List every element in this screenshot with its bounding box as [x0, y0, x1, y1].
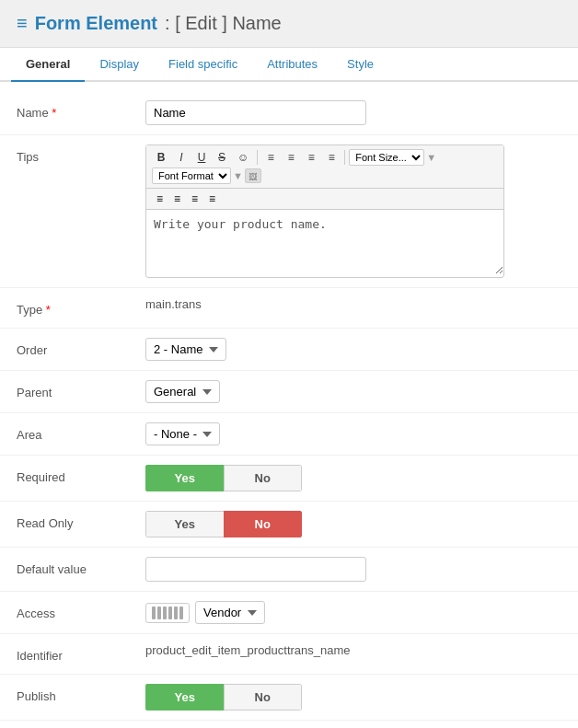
identifier-control: product_edit_item_producttrans_name	[145, 643, 561, 657]
justify-button[interactable]: ≡	[204, 191, 220, 207]
order-select[interactable]: 2 - Name	[145, 338, 226, 361]
ul-button[interactable]: ≡	[261, 149, 280, 166]
access-dot-4	[168, 607, 172, 619]
required-control: Yes No	[145, 465, 561, 491]
access-dot-3	[163, 607, 167, 619]
font-format-select[interactable]: Font Format	[152, 168, 231, 184]
read-only-label: Read Only	[17, 511, 145, 530]
align-left-button[interactable]: ≡	[302, 149, 320, 166]
tips-control: B I U S ☺ ≡ ≡ ≡ ≡ Font Size...	[145, 144, 561, 278]
tab-bar: General Display Field specific Attribute…	[0, 48, 578, 82]
area-row: Area - None -	[0, 413, 578, 456]
tips-row: Tips B I U S ☺ ≡ ≡ ≡ ≡	[0, 135, 578, 288]
tips-textarea[interactable]: Write your product name.	[146, 210, 503, 274]
access-row: Access Vendor	[0, 592, 578, 634]
underline-button[interactable]: U	[192, 149, 211, 166]
tab-field-specific[interactable]: Field specific	[154, 48, 252, 82]
align-right-button[interactable]: ≡	[322, 149, 341, 166]
access-dot-5	[174, 607, 178, 619]
publish-toggle-group: Yes No	[145, 684, 302, 711]
tab-display[interactable]: Display	[85, 48, 154, 82]
required-toggle-group: Yes No	[145, 465, 302, 491]
type-value: main.trans	[145, 292, 202, 311]
required-yes-button[interactable]: Yes	[145, 465, 224, 491]
ol-button[interactable]: ≡	[282, 149, 300, 166]
tips-editor: B I U S ☺ ≡ ≡ ≡ ≡ Font Size...	[145, 144, 504, 278]
emoji-button[interactable]: ☺	[233, 149, 253, 166]
access-label: Access	[17, 601, 145, 620]
identifier-value: product_edit_item_producttrans_name	[145, 638, 351, 657]
toolbar-sep1	[257, 150, 258, 165]
access-dot-1	[152, 607, 156, 619]
tab-general[interactable]: General	[11, 48, 85, 82]
page-wrapper: ≡ Form Element : [ Edit ] Name General D…	[0, 0, 578, 728]
name-label: Name *	[17, 100, 145, 120]
access-dot-2	[157, 607, 161, 619]
italic-button[interactable]: I	[172, 149, 191, 166]
identifier-label: Identifier	[17, 643, 145, 663]
name-control	[145, 100, 561, 125]
page-header: ≡ Form Element : [ Edit ] Name	[0, 0, 578, 48]
required-no-button[interactable]: No	[224, 465, 303, 491]
access-control: Vendor	[145, 601, 561, 624]
parent-control: General	[145, 380, 561, 403]
publish-yes-button[interactable]: Yes	[145, 684, 224, 711]
strikethrough-button[interactable]: S	[213, 149, 231, 166]
name-input[interactable]	[145, 100, 366, 125]
default-value-row: Default value	[0, 548, 578, 592]
read-only-yes-button[interactable]: Yes	[145, 511, 224, 537]
area-control: - None -	[145, 422, 561, 445]
area-select[interactable]: - None -	[145, 422, 220, 445]
align-center-button[interactable]: ≡	[169, 191, 185, 207]
form-body: Name * Tips B I U S ☺ ≡	[0, 82, 578, 728]
align-right2-button[interactable]: ≡	[187, 191, 202, 207]
title-main: Form Element	[35, 13, 157, 34]
publish-row: Publish Yes No	[0, 675, 578, 721]
read-only-toggle-group: Yes No	[145, 511, 302, 537]
publish-no-button[interactable]: No	[224, 684, 303, 711]
type-required-star: *	[42, 303, 51, 317]
toolbar-sep2	[344, 150, 345, 165]
tips-label: Tips	[17, 144, 145, 164]
required-label: Required	[17, 465, 145, 484]
access-select[interactable]: Vendor	[195, 601, 265, 624]
order-control: 2 - Name	[145, 338, 561, 361]
tips-toolbar-row1: B I U S ☺ ≡ ≡ ≡ ≡ Font Size...	[146, 145, 503, 189]
publish-control: Yes No	[145, 684, 561, 711]
type-label: Type *	[17, 297, 145, 317]
font-size-select[interactable]: Font Size...	[349, 149, 424, 166]
parent-select[interactable]: General	[145, 380, 220, 403]
tab-attributes[interactable]: Attributes	[252, 48, 332, 82]
order-row: Order 2 - Name	[0, 329, 578, 371]
page-title: ≡ Form Element : [ Edit ] Name	[17, 13, 561, 34]
align-left2-button[interactable]: ≡	[152, 191, 168, 207]
access-dot-6	[179, 607, 183, 619]
name-required-star: *	[49, 106, 57, 120]
area-label: Area	[17, 422, 145, 442]
bold-button[interactable]: B	[152, 149, 170, 166]
identifier-row: Identifier product_edit_item_producttran…	[0, 634, 578, 675]
read-only-no-button[interactable]: No	[224, 511, 303, 537]
image-insert-icon[interactable]: 🖼	[245, 168, 261, 183]
grid-icon: ≡	[17, 13, 28, 34]
publish-label: Publish	[17, 684, 145, 703]
default-value-control	[145, 557, 561, 582]
read-only-row: Read Only Yes No	[0, 502, 578, 548]
read-only-control: Yes No	[145, 511, 561, 537]
default-value-label: Default value	[17, 557, 145, 576]
order-label: Order	[17, 338, 145, 357]
access-area: Vendor	[145, 601, 561, 624]
name-row: Name *	[0, 91, 578, 135]
required-row: Required Yes No	[0, 456, 578, 502]
type-row: Type * main.trans	[0, 288, 578, 329]
parent-row: Parent General	[0, 371, 578, 413]
title-sub: : [ Edit ] Name	[165, 13, 282, 34]
default-value-input[interactable]	[145, 557, 366, 582]
type-control: main.trans	[145, 297, 561, 311]
access-dots	[145, 603, 190, 623]
tab-style[interactable]: Style	[332, 48, 388, 82]
parent-label: Parent	[17, 380, 145, 399]
